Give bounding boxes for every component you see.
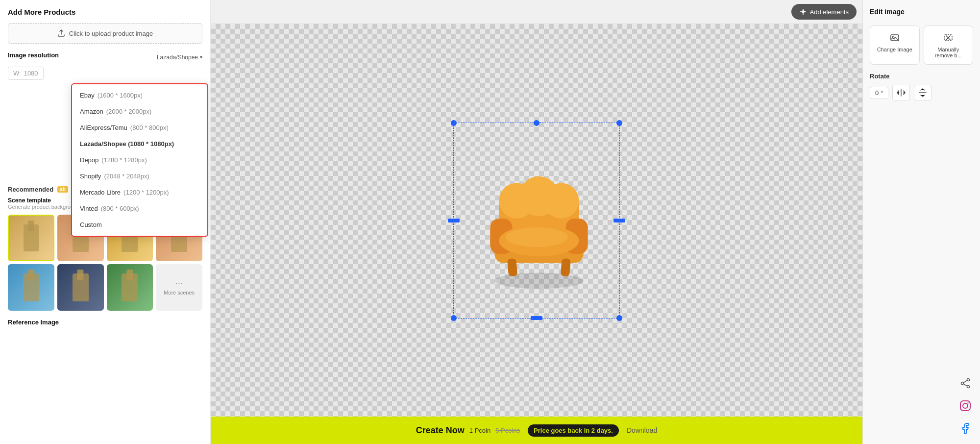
change-image-icon: [889, 32, 901, 44]
pcoin-old: 5 Pcoins: [495, 427, 520, 434]
width-label: W:: [13, 70, 21, 77]
dropdown-item-aliexpress[interactable]: AliExpress/Temu (800 * 800px): [72, 120, 207, 136]
chair-image: [468, 137, 610, 309]
resolution-badge[interactable]: Lazada/Shopee ▾: [157, 54, 202, 61]
width-value: 1080: [24, 70, 38, 77]
svg-point-24: [963, 403, 968, 408]
canvas-image-wrapper: [443, 108, 630, 333]
handle-bottom-center[interactable]: [531, 316, 542, 320]
width-input[interactable]: W: 1080: [8, 67, 44, 80]
thumbnail-5[interactable]: [8, 264, 54, 311]
thumbnail-1[interactable]: [8, 215, 54, 261]
flip-v-icon: [918, 88, 927, 97]
rotate-controls: 0 °: [870, 85, 973, 100]
svg-point-3: [494, 272, 583, 289]
image-actions: Change Image Manually remove b...: [870, 25, 973, 65]
dropdown-item-shopify[interactable]: Shopify (2048 * 2048px): [72, 168, 207, 184]
upload-button-label: Click to upload product image: [69, 30, 153, 37]
recommended-label: Recommended: [8, 186, 53, 193]
manually-remove-bg-button[interactable]: Manually remove b...: [924, 25, 974, 65]
svg-rect-23: [960, 401, 970, 411]
handle-top-left[interactable]: [451, 120, 457, 126]
dropdown-item-custom[interactable]: Custom: [72, 217, 207, 233]
degrees-unit: °: [881, 89, 883, 97]
chevron-down-icon: ▾: [200, 54, 202, 60]
svg-line-22: [963, 384, 967, 386]
rotate-value: 0: [875, 89, 879, 97]
svg-point-25: [967, 402, 968, 403]
sparkle-icon: [799, 8, 807, 16]
flip-h-icon: [897, 88, 906, 97]
handle-top-right[interactable]: [616, 120, 622, 126]
handle-top-center[interactable]: [534, 120, 539, 126]
rotate-value-input[interactable]: 0 °: [870, 87, 888, 99]
facebook-icon[interactable]: [957, 420, 973, 436]
dropdown-item-lazada[interactable]: Lazada/Shopee (1080 * 1080px): [72, 136, 207, 152]
dropdown-item-ebay[interactable]: Ebay (1600 * 1600px): [72, 87, 207, 103]
social-icons: [870, 375, 973, 436]
add-elements-button[interactable]: Add elements: [791, 4, 857, 20]
reference-image-label: Reference Image: [8, 319, 202, 326]
change-image-label: Change Image: [877, 47, 912, 52]
flip-horizontal-button[interactable]: [892, 85, 910, 100]
left-panel: Add More Products Click to upload produc…: [0, 0, 211, 444]
add-elements-label: Add elements: [810, 8, 849, 16]
more-dots-icon: ···: [175, 279, 183, 288]
thumbnail-grid-row2: ··· More scenes: [8, 264, 202, 311]
change-image-button[interactable]: Change Image: [870, 25, 920, 65]
svg-point-18: [967, 379, 970, 381]
upload-product-image-button[interactable]: Click to upload product image: [8, 23, 202, 44]
bottom-bar: Create Now 1 Pcoin 5 Pcoins Price goes b…: [211, 417, 862, 444]
handle-middle-right[interactable]: [613, 219, 625, 222]
panel-title: Add More Products: [8, 8, 202, 16]
thumbnail-7[interactable]: [107, 264, 153, 311]
svg-rect-14: [561, 258, 571, 276]
edit-image-title: Edit image: [870, 8, 973, 16]
share-icon[interactable]: [957, 375, 973, 391]
thumbnail-more[interactable]: ··· More scenes: [156, 264, 202, 311]
right-panel: Edit image Change Image Manually remove …: [862, 0, 980, 444]
svg-point-10: [543, 183, 579, 219]
resolution-badge-text: Lazada/Shopee: [157, 54, 198, 61]
image-resolution-label: Image resolution: [8, 51, 59, 59]
manually-remove-bg-label: Manually remove b...: [928, 47, 969, 58]
ab-badge: ab: [57, 186, 68, 193]
download-button[interactable]: Download: [627, 426, 657, 434]
dropdown-item-depop[interactable]: Depop (1280 * 1280px): [72, 152, 207, 168]
center-panel: Add elements: [211, 0, 862, 444]
price-badge: Price goes back in 2 days.: [528, 424, 619, 437]
more-scenes-label: More scenes: [164, 290, 195, 296]
dimension-row: W: 1080: [8, 67, 202, 80]
remove-bg-icon: [942, 32, 954, 44]
resolution-header: Image resolution Lazada/Shopee ▾: [8, 51, 202, 63]
svg-point-12: [506, 227, 568, 247]
upload-icon: [57, 29, 65, 37]
rotate-label: Rotate: [870, 73, 973, 80]
create-now-section: Create Now 1 Pcoin 5 Pcoins: [416, 425, 520, 436]
handle-middle-left[interactable]: [448, 219, 460, 222]
dropdown-item-mercado[interactable]: Mercado Libre (1200 * 1200px): [72, 184, 207, 200]
rotate-section: Rotate 0 °: [870, 73, 973, 100]
dropdown-item-amazon[interactable]: Amazon (2000 * 2000px): [72, 103, 207, 120]
svg-point-20: [967, 386, 970, 388]
share-icon-wrap: [957, 375, 973, 391]
canvas-area[interactable]: [211, 24, 862, 417]
resolution-dropdown: Ebay (1600 * 1600px) Amazon (2000 * 2000…: [71, 83, 208, 237]
dropdown-item-vinted[interactable]: Vinted (800 * 600px): [72, 200, 207, 217]
canvas-toolbar: Add elements: [211, 0, 862, 24]
svg-point-19: [961, 382, 964, 385]
instagram-icon[interactable]: [957, 398, 973, 414]
svg-line-21: [963, 380, 967, 383]
handle-bottom-right[interactable]: [616, 315, 622, 321]
thumbnail-6[interactable]: [57, 264, 104, 311]
handle-bottom-left[interactable]: [451, 315, 457, 321]
create-now-label: Create Now: [416, 425, 465, 436]
svg-rect-13: [507, 258, 517, 276]
pcoin-current: 1 Pcoin: [469, 427, 490, 434]
flip-vertical-button[interactable]: [914, 85, 931, 100]
